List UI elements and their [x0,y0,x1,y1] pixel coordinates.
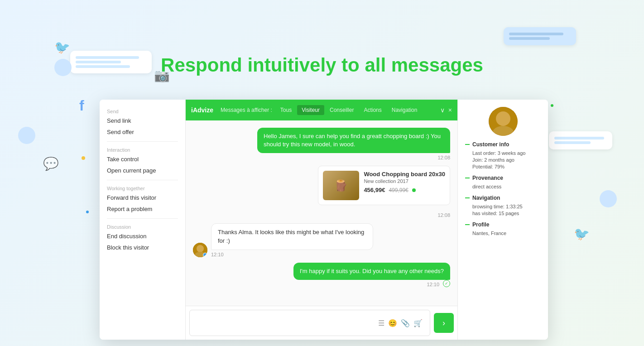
divider-2 [107,180,178,180]
agent-time-1: 12:08 [437,155,450,160]
browsing-time: browsing time: 1:33:25 [465,204,541,209]
visitor-bubble: Thanks Alma. It looks like this might be… [211,223,373,250]
agent-message-2: I'm happy if it suits you. Did you have … [293,263,450,287]
discussion-section-label: Discussion [100,221,138,231]
list-icon[interactable]: ☰ [378,319,384,327]
emoji-icon[interactable]: 😊 [388,319,397,327]
product-image: 🪵 [323,171,359,200]
visitor-avatar [193,243,207,257]
dot-green [551,104,553,107]
cart-icon[interactable]: 🛒 [413,319,423,327]
take-control-item[interactable]: Take control [100,154,185,165]
end-discussion-item[interactable]: End discussion [100,231,185,242]
chat-input[interactable] [193,312,375,334]
verified-icon [443,280,450,287]
profile-location: Nantes, France [465,231,541,236]
filter-tous[interactable]: Tous [276,105,296,115]
dash-2 [465,178,470,178]
agent-time-2: 12:10 [427,282,439,287]
bg-twitter-icon-2: 🐦 [574,226,590,241]
dash-1 [465,144,470,145]
provenance-value: direct access [465,184,541,189]
product-time: 12:08 [437,212,450,218]
product-price: 456,99€ 499,99€ [364,187,445,193]
visitor-time: 12:10 [211,252,373,257]
messages-label: Messages à afficher : [221,107,272,113]
report-problem-item[interactable]: Report a problem [100,203,185,215]
customer-info-section: Customer info Last order: 3 weeks ago Jo… [465,141,541,169]
filter-tabs: Tous Visiteur Conseiller Actions Navigat… [276,105,422,115]
info-panel: Customer info Last order: 3 weeks ago Jo… [457,100,548,340]
open-current-page-item[interactable]: Open current page [100,165,185,176]
divider-1 [107,141,178,142]
messages-container: Hello James, I sure can help you find a … [186,120,457,306]
provenance-header: Provenance [465,175,541,181]
filter-actions[interactable]: Actions [359,105,386,115]
visitor-message-content: Thanks Alma. It looks like this might be… [211,223,373,257]
bg-avatar-2 [18,127,35,144]
send-link-item[interactable]: Send link [100,115,185,126]
chat-input-area: ☰ 😊 📎 🛒 › [186,306,457,340]
attach-icon[interactable]: 📎 [401,319,410,327]
filter-conseiller[interactable]: Conseiller [325,105,358,115]
navigation-title: Navigation [472,195,500,201]
send-offer-item[interactable]: Send offer [100,126,185,138]
customer-info-title: Customer info [472,141,509,148]
bg-avatar-3 [600,190,617,207]
agent-message-1: Hello James, I sure can help you find a … [257,128,450,160]
divider-3 [107,218,178,219]
forward-visitor-item[interactable]: Forward this visitor [100,192,185,203]
chat-header: iAdvize Messages à afficher : Tous Visit… [186,100,457,120]
bg-card-4 [549,131,612,149]
bg-avatar-1 [54,59,72,76]
dash-3 [465,197,470,198]
send-section-label: Send [100,105,126,116]
provenance-section: Provenance direct access [465,175,541,189]
chat-area: iAdvize Messages à afficher : Tous Visit… [186,100,457,340]
hero-title: Respond intuitively to all messages [161,54,483,76]
svg-point-4 [496,111,510,126]
block-visitor-item[interactable]: Block this visitor [100,242,185,253]
customer-avatar [489,107,518,136]
online-badge [203,253,207,257]
bg-card-3 [504,27,576,45]
input-wrapper: ☰ 😊 📎 🛒 [189,310,430,336]
pages-visited: has visited: 15 pages [465,211,541,216]
old-price: 499,99€ [389,187,408,193]
profile-section: Profile Nantes, France [465,221,541,236]
product-name: Wood Chopping board 20x30 [364,171,445,178]
context-menu: Send Send link Send offer Interaction Ta… [100,100,186,340]
agent-time-verified: 12:10 [427,280,450,287]
join-date: Join: 2 months ago [465,157,541,163]
product-collection: New collection 2017 [364,178,445,184]
price-dot [412,188,416,192]
customer-info-header: Customer info [465,141,541,148]
profile-title: Profile [472,221,489,228]
close-icon[interactable]: × [448,106,452,114]
dash-4 [465,224,470,225]
visitor-message: Thanks Alma. It looks like this might be… [193,223,373,257]
current-price: 456,99€ [364,187,385,193]
product-card: 🪵 Wood Chopping board 20x30 New collecti… [318,166,450,205]
svg-point-1 [197,245,204,252]
bg-twitter-icon: 🐦 [54,40,70,55]
send-button[interactable]: › [434,313,454,333]
interaction-section-label: Interaction [100,144,137,154]
profile-header: Profile [465,221,541,228]
dot-yellow [82,156,85,160]
agent-bubble-1: Hello James, I sure can help you find a … [257,128,450,153]
bg-card-1 [70,51,152,73]
bg-whatsapp-icon: 💬 [43,156,59,171]
brand-label: iAdvize [191,106,213,114]
potential: Potential: 79% [465,164,541,169]
input-icons: ☰ 😊 📎 🛒 [375,319,426,327]
last-order: Last order: 3 weeks ago [465,150,541,156]
filter-visiteur[interactable]: Visiteur [297,105,324,115]
minimize-icon[interactable]: ∨ [440,106,445,114]
header-actions: ∨ × [440,106,452,114]
provenance-title: Provenance [472,175,503,181]
navigation-header: Navigation [465,195,541,201]
filter-navigation[interactable]: Navigation [387,105,422,115]
product-info: Wood Chopping board 20x30 New collection… [364,171,445,200]
chat-widget: Send Send link Send offer Interaction Ta… [100,100,548,340]
